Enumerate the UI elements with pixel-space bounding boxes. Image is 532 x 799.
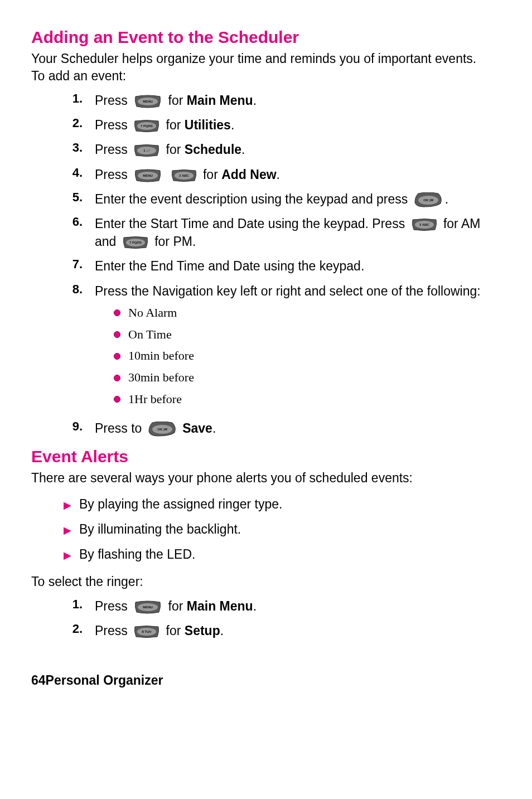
svg-text:MENU: MENU xyxy=(143,173,153,177)
svg-text:MENU: MENU xyxy=(143,606,153,609)
step-target: Main Menu xyxy=(187,599,253,613)
step-text: Press xyxy=(95,623,131,638)
key-2-icon: 2 ABC xyxy=(411,218,438,231)
step-text: for xyxy=(168,599,187,613)
step-num: 2. xyxy=(64,622,83,636)
step-text: Press xyxy=(95,118,131,132)
option-text: 30min before xyxy=(128,369,194,386)
step-text: . xyxy=(253,599,257,613)
option-text: 1Hr before xyxy=(128,391,182,408)
list-item: 30min before xyxy=(114,369,501,386)
step-num: 9. xyxy=(64,419,83,434)
step-text: for xyxy=(168,93,187,108)
svg-text:7 PQRS: 7 PQRS xyxy=(129,241,142,244)
step1-5: 5. Enter the event description using the… xyxy=(64,190,501,208)
section2-title: Event Alerts xyxy=(31,447,501,466)
step-num: 2. xyxy=(64,116,83,130)
step1-1: 1. Press MENU for Main Menu. xyxy=(64,91,501,109)
step-target: Add New xyxy=(221,167,276,182)
step-text: Enter the Start Time and Date using the … xyxy=(95,216,409,231)
step2-1: 1. Press MENU for Main Menu. xyxy=(64,597,501,615)
step1-4: 4. Press MENU 2 ABC xyxy=(64,166,501,183)
step1-3: 3. Press 1 .–' for Schedule. xyxy=(64,141,501,158)
arrow-icon: ▶ xyxy=(64,524,71,536)
alert-text: By flashing the LED. xyxy=(79,547,195,562)
step1-8: 8. Press the Navigation key left or righ… xyxy=(64,282,501,413)
list-item: 10min before xyxy=(114,347,501,365)
page-footer: 64Personal Organizer xyxy=(31,673,501,688)
alert-text: By illuminating the backlight. xyxy=(79,522,241,537)
step1-6: 6. Enter the Start Time and Date using t… xyxy=(64,215,501,250)
step-text: . xyxy=(445,192,448,206)
step-text: Press to xyxy=(95,421,146,435)
step-text: . xyxy=(220,623,224,638)
step-text: Press xyxy=(95,167,131,182)
footer-label: Personal Organizer xyxy=(46,673,163,687)
key-7-icon: 7 PQRS xyxy=(122,236,149,249)
step-text: Press xyxy=(95,142,131,157)
step-target: Main Menu xyxy=(187,93,253,108)
key-ok-icon: OK |✉ xyxy=(148,422,177,437)
key-7-icon: 7 PQRS xyxy=(133,119,160,133)
step-text: for xyxy=(203,167,221,182)
option-text: On Time xyxy=(128,326,172,343)
list-item: ▶By flashing the LED. xyxy=(64,547,501,562)
step-num: 1. xyxy=(64,91,83,106)
list-item: ▶By illuminating the backlight. xyxy=(64,522,501,537)
step1-2: 2. Press 7 PQRS for Utilities. xyxy=(64,116,501,134)
key-menu-icon: MENU xyxy=(133,600,162,614)
step-text: Enter the event description using the ke… xyxy=(95,192,412,206)
section1-lead: To add an event: xyxy=(31,67,501,85)
key-ok-icon: OK |✉ xyxy=(414,192,443,208)
bullet-icon xyxy=(114,375,120,381)
page: Adding an Event to the Scheduler Your Sc… xyxy=(0,0,532,710)
bullet-icon xyxy=(114,309,120,316)
step1-9: 9. Press to OK |✉ Save. xyxy=(64,419,501,437)
page-number: 64 xyxy=(31,673,46,687)
step-text: . xyxy=(241,142,245,157)
step-text: . xyxy=(253,93,257,108)
step-text: for xyxy=(166,142,185,157)
bullet-icon xyxy=(114,353,120,360)
bullet-icon xyxy=(114,331,120,338)
step-num: 8. xyxy=(64,282,83,297)
section1-intro: Your Scheduler helps organize your time … xyxy=(31,50,501,67)
step-text: . xyxy=(277,167,280,182)
arrow-icon: ▶ xyxy=(64,499,71,511)
step-text: for xyxy=(166,118,185,132)
alert-text: By playing the assigned ringer type. xyxy=(79,497,282,512)
svg-text:2 ABC: 2 ABC xyxy=(179,173,189,177)
section2-intro: There are several ways your phone alerts… xyxy=(31,469,501,487)
steps1-list: 1. Press MENU for Main Menu. 2. Press xyxy=(64,91,501,437)
step-text: Press xyxy=(95,93,131,108)
step-num: 1. xyxy=(64,597,83,612)
bullet-icon xyxy=(114,396,120,403)
step-num: 7. xyxy=(64,257,83,272)
arrow-icon: ▶ xyxy=(64,549,71,561)
svg-text:1 .–': 1 .–' xyxy=(143,149,150,152)
step-text: for PM. xyxy=(154,234,196,249)
svg-text:2 ABC: 2 ABC xyxy=(419,223,429,226)
svg-text:8 TUV: 8 TUV xyxy=(142,630,152,633)
step-num: 3. xyxy=(64,141,83,155)
step-target: Schedule xyxy=(185,142,241,157)
list-item: On Time xyxy=(114,326,501,343)
step-text: Press xyxy=(95,599,131,613)
step-text: . xyxy=(231,118,234,132)
option-text: 10min before xyxy=(128,347,194,365)
step-target: Setup xyxy=(185,623,220,638)
section2-lead2: To select the ringer: xyxy=(31,573,501,590)
key-8-icon: 8 TUV xyxy=(133,625,160,638)
step-text: Press the Navigation key left or right a… xyxy=(95,284,481,298)
key-menu-icon: MENU xyxy=(133,168,162,183)
alarm-options-list: No Alarm On Time 10min before 30min befo… xyxy=(114,304,501,408)
svg-text:OK |✉: OK |✉ xyxy=(423,198,433,201)
step2-2: 2. Press 8 TUV for Setup. xyxy=(64,622,501,640)
steps2-list: 1. Press MENU for Main Menu. 2. Press xyxy=(64,597,501,640)
key-1-icon: 1 .–' xyxy=(133,144,160,157)
key-2-icon: 2 ABC xyxy=(171,169,197,182)
list-item: ▶By playing the assigned ringer type. xyxy=(64,497,501,512)
step1-7: 7. Enter the End Time and Date using the… xyxy=(64,257,501,275)
svg-text:MENU: MENU xyxy=(143,100,153,103)
step-target: Utilities xyxy=(185,118,231,132)
